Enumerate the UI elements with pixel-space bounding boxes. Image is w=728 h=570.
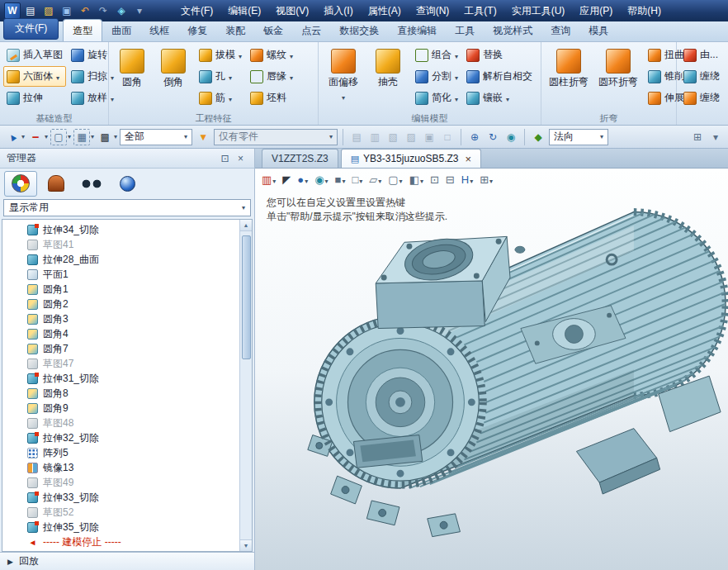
tree-item[interactable]: 草图41: [2, 237, 239, 252]
tree-item[interactable]: 圆角8: [2, 386, 239, 401]
ribbon-button[interactable]: 简化: [412, 88, 461, 108]
ribbon-tab[interactable]: 线框: [140, 20, 178, 41]
pick-box-icon[interactable]: ▢: [50, 129, 71, 145]
ribbon-tab[interactable]: 曲面: [102, 20, 140, 41]
ribbon-big-button[interactable]: 圆柱折弯: [545, 45, 593, 111]
ribbon-big-button[interactable]: 抽壳: [366, 45, 409, 111]
tree-item[interactable]: 草图48: [2, 416, 239, 430]
ribbon-big-button[interactable]: 倒角: [154, 45, 193, 111]
tree-item[interactable]: 镜像13: [2, 460, 239, 475]
ribbon-tab[interactable]: 装配: [216, 20, 254, 41]
ribbon-button[interactable]: 分割: [412, 66, 461, 87]
open-icon[interactable]: ▨: [40, 2, 57, 19]
new-doc-icon[interactable]: ▤: [22, 2, 39, 19]
ribbon-big-button[interactable]: 面偏移: [322, 45, 365, 111]
visual-manager-tab[interactable]: [75, 171, 108, 197]
tree-item[interactable]: 拉伸28_曲面: [2, 252, 239, 267]
shaded-cube-icon[interactable]: ■: [333, 171, 348, 189]
curve-edit-icon[interactable]: ◤: [280, 171, 293, 189]
menu-item[interactable]: 帮助(H): [620, 0, 669, 21]
tree-item[interactable]: 圆角7: [2, 341, 239, 356]
ribbon-tab[interactable]: 工具: [446, 20, 484, 41]
select-arrow-icon[interactable]: ▲: [4, 129, 25, 145]
ribbon-tab[interactable]: 钣金: [254, 20, 292, 41]
tree-item[interactable]: 圆角9: [2, 401, 239, 416]
ribbon-button[interactable]: 缠绕: [680, 88, 723, 108]
close-panel-icon[interactable]: ×: [234, 151, 248, 165]
model-3d-motor-housing[interactable]: [290, 203, 728, 568]
ribbon-tab[interactable]: 造型: [63, 19, 102, 41]
ribbon-big-button[interactable]: 圆环折弯: [594, 45, 642, 111]
ribbon-button[interactable]: 拔模: [196, 45, 245, 65]
tree-item[interactable]: 拉伸33_切除: [2, 490, 239, 505]
tree-item[interactable]: 拉伸34_切除: [2, 222, 239, 237]
redo-icon[interactable]: ↷: [95, 2, 111, 19]
assembly-manager-tab[interactable]: [40, 171, 73, 197]
ribbon-button[interactable]: 解析自相交: [463, 66, 536, 87]
more-options-icon[interactable]: ▾: [707, 129, 724, 145]
ribbon-button[interactable]: 替换: [463, 45, 536, 65]
ribbon-button[interactable]: 六面体: [3, 66, 66, 87]
color-palette-icon[interactable]: ▩: [97, 129, 117, 145]
tree-item[interactable]: 拉伸32_切除: [2, 430, 239, 445]
pick-region-icon[interactable]: ▦: [73, 129, 94, 145]
tree-item[interactable]: 圆角1: [2, 282, 239, 297]
ribbon-button[interactable]: 螺纹: [247, 45, 296, 65]
ribbon-tab[interactable]: 模具: [579, 20, 617, 41]
ribbon-button[interactable]: 缠绕: [680, 66, 723, 87]
save-icon[interactable]: ▣: [59, 2, 75, 19]
tree-item[interactable]: 草图49: [2, 475, 239, 490]
entity-filter-select[interactable]: 全部▾: [120, 129, 192, 145]
datum-plane-icon[interactable]: ▱: [366, 171, 384, 189]
ribbon-button[interactable]: 唇缘: [247, 66, 296, 87]
zoom-extent-icon[interactable]: ⊡: [428, 171, 442, 189]
dock-panel-icon[interactable]: ⊡: [218, 151, 232, 165]
section-view-icon[interactable]: ◧: [407, 171, 426, 189]
magnet-snap-icon[interactable]: ◉: [503, 129, 519, 145]
file-menu-button[interactable]: 文件(F): [3, 18, 59, 40]
undo-icon[interactable]: ↶: [77, 2, 93, 19]
ruler-icon[interactable]: ⊟: [443, 171, 457, 189]
tree-item[interactable]: 拉伸35_切除: [2, 520, 239, 534]
wireframe-cube-icon[interactable]: □: [349, 171, 365, 189]
view-manager-tab[interactable]: [111, 171, 144, 197]
ribbon-big-button[interactable]: 圆角: [112, 45, 152, 111]
ribbon-button[interactable]: 由...: [680, 45, 723, 65]
tree-item[interactable]: 圆角3: [2, 311, 239, 326]
remove-filter-icon[interactable]: −: [27, 129, 48, 145]
tree-item[interactable]: 草图52: [2, 505, 239, 520]
move-handle-icon[interactable]: ⊕: [466, 129, 483, 145]
filter-funnel-icon[interactable]: ▼: [195, 129, 211, 145]
app-logo-icon[interactable]: W: [4, 2, 21, 19]
white-cube-icon[interactable]: ▢: [385, 171, 404, 189]
rotate-handle-icon[interactable]: ↻: [485, 129, 501, 145]
material-ball-icon[interactable]: ◉: [312, 171, 330, 189]
ribbon-tab[interactable]: 修复: [178, 20, 216, 41]
grid-toggle-icon[interactable]: ⊞: [477, 171, 495, 189]
tree-filter-select[interactable]: 显示常用 ▾: [3, 199, 251, 216]
close-tab-icon[interactable]: ×: [466, 154, 472, 164]
regen-icon[interactable]: ◈: [113, 2, 130, 19]
tree-scrollbar[interactable]: ▲ ▼: [239, 220, 252, 551]
tree-item[interactable]: 阵列5: [2, 445, 239, 460]
display-style-icon[interactable]: ▥: [259, 171, 278, 189]
tree-item[interactable]: ----- 建模停止 -----: [2, 534, 239, 549]
tree-item[interactable]: 平面1: [2, 267, 239, 282]
snap-grid-icon[interactable]: ⊞: [689, 129, 706, 145]
ribbon-button[interactable]: 坯料: [247, 88, 296, 108]
tree-item[interactable]: 圆角2: [2, 297, 239, 311]
ribbon-button[interactable]: 镶嵌: [463, 88, 536, 108]
normal-mode-select[interactable]: 法向▾: [549, 129, 608, 145]
ribbon-tab[interactable]: 数据交换: [330, 20, 388, 41]
ribbon-button[interactable]: 孔: [196, 66, 245, 87]
scrollbar-thumb[interactable]: [242, 235, 251, 359]
ribbon-button[interactable]: 组合: [412, 45, 461, 65]
tree-item[interactable]: 拉伸31_切除: [2, 371, 239, 386]
graphics-viewport[interactable]: ▥ ◤ ● ◉ ■ □: [255, 169, 728, 570]
render-sphere-icon[interactable]: ●: [295, 171, 310, 189]
history-manager-tab[interactable]: [4, 171, 37, 197]
ribbon-tab[interactable]: 点云: [292, 20, 330, 41]
ribbon-tab[interactable]: 直接编辑: [388, 20, 446, 41]
label-icon[interactable]: H: [459, 171, 475, 189]
expand-arrow-icon[interactable]: ▶: [7, 558, 13, 566]
